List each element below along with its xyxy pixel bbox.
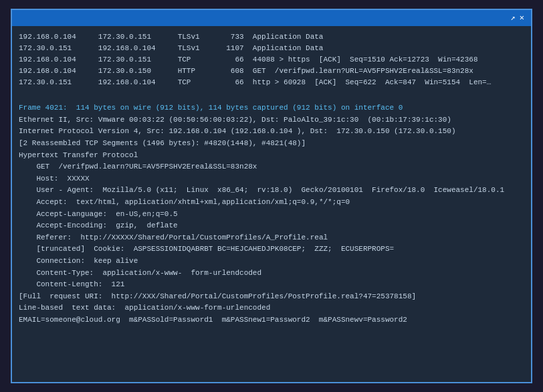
main-window: ↗ ✕ 192.168.0.104 172.30.0.151 TLSv1 733… [11,9,532,383]
detail-line: Ethernet II, Src: Vmware 00:03:22 (00:50… [19,114,524,126]
window-controls: ↗ ✕ [511,14,524,22]
detail-line: Hypertext Transfer Protocol [19,150,524,162]
detail-line: [truncated] Cookie: ASPSESSIONIDQABRBT B… [19,243,524,256]
detail-line: Connection: keep alive [19,256,524,268]
detail-line: Internet Protocol Version 4, Src: 192.16… [19,126,524,138]
log-entry: 192.168.0.104 172.30.0.151 TLSv1 733 App… [19,31,524,43]
detail-line: [2 Reassembled TCP Segments (1496 bytes)… [19,138,524,150]
title-bar: ↗ ✕ [12,10,531,26]
detail-line: EMAIL=someone@cloud.org m&PASSold=Passwo… [19,314,524,326]
detail-line: Line-based text data: application/x-www-… [19,302,524,314]
maximize-button[interactable]: ↗ [511,14,516,22]
detail-line: GET /verifpwd.learn?URL=AV5FPSHV2Ereal&S… [19,161,524,173]
detail-line: Content-Type: application/x-www- form-ur… [19,268,524,280]
log-entry: 172.30.0.151 192.168.0.104 TLSv1 1107 Ap… [19,43,524,54]
detail-line: Host: XXXXX [19,173,524,185]
detail-line: Frame 4021: 114 bytes on wire (912 bits)… [19,102,524,114]
frame-detail: Frame 4021: 114 bytes on wire (912 bits)… [19,102,524,326]
detail-line: Referer: http://XXXXX/Shared/Portal/Cust… [19,232,524,244]
log-entry: 172.30.0.151 192.168.0.104 TCP 66 http >… [19,77,524,88]
detail-line: Accept-Encoding: gzip, deflate [19,220,524,232]
log-entry: 192.168.0.104 172.30.0.150 HTTP 608 GET … [19,66,524,77]
detail-line: User - Agent: Mozilla/5.0 (x11; Linux x8… [19,185,524,197]
detail-line: Content-Length: 121 [19,279,524,291]
detail-line: [Full request URI: http://XXX/Shared/Por… [19,291,524,303]
packet-list: 192.168.0.104 172.30.0.151 TLSv1 733 App… [19,31,524,88]
detail-line: Accept-Language: en-US,en;q=0.5 [19,209,524,221]
log-content: 192.168.0.104 172.30.0.151 TLSv1 733 App… [12,26,531,382]
close-button[interactable]: ✕ [520,14,524,22]
log-entry: 192.168.0.104 172.30.0.151 TCP 66 44088 … [19,54,524,66]
detail-line: Accept: text/html, application/xhtml+xml… [19,197,524,209]
divider [19,96,524,97]
